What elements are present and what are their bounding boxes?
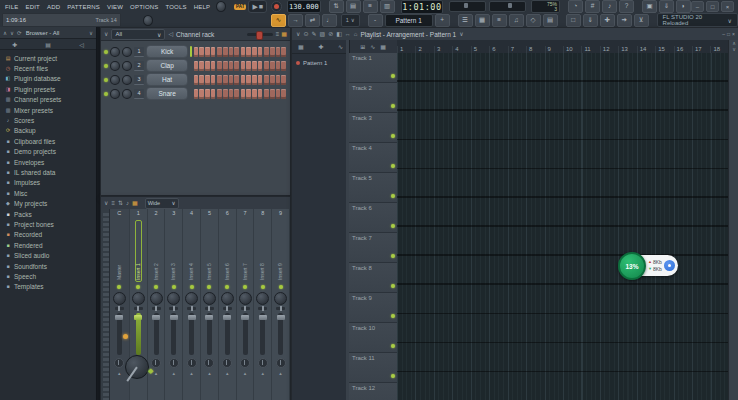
mixer-strip[interactable]: 9 Insert 9 ▴	[272, 209, 290, 400]
browser-content-icon[interactable]: ▤	[45, 41, 51, 48]
strip-volume-fader[interactable]	[207, 313, 212, 355]
step-cell-16[interactable]	[281, 47, 286, 57]
browser-toggle-icon[interactable]: □	[566, 14, 581, 27]
browser-item[interactable]: ■ Rendered	[0, 240, 96, 250]
strip-pan-knob[interactable]	[239, 292, 252, 305]
browser-item[interactable]: ■ Misc	[0, 188, 96, 198]
playlist-track-header[interactable]: Track 5	[349, 173, 397, 203]
strip-stereo-knob[interactable]	[204, 358, 214, 368]
track-led[interactable]	[391, 344, 395, 348]
strip-mute-led[interactable]	[154, 285, 158, 289]
step-cell-4[interactable]	[211, 89, 216, 99]
mixer-strip[interactable]: 6 Insert 6 ▴	[219, 209, 237, 400]
metronome-icon[interactable]: ▥	[380, 0, 395, 13]
overlay-percent-badge[interactable]: 13%	[618, 252, 646, 280]
step-cell-5[interactable]	[217, 61, 222, 71]
channel-target-track[interactable]: 1	[134, 47, 145, 57]
strip-volume-fader[interactable]	[154, 313, 159, 355]
swing-slider[interactable]	[247, 33, 273, 36]
tempo-display[interactable]: 130.000	[287, 0, 321, 13]
browser-item[interactable]: ■ Speech	[0, 271, 96, 281]
main-volume-knob[interactable]	[143, 15, 153, 26]
channel-mute-led[interactable]	[104, 92, 108, 96]
step-cell-12[interactable]	[258, 47, 263, 57]
strip-name[interactable]: Insert 3	[170, 220, 177, 282]
strip-volume-fader[interactable]	[136, 313, 141, 355]
menu-item[interactable]: PATTERNS	[67, 4, 100, 10]
play-button[interactable]: ▶	[252, 3, 257, 10]
step-cell-1[interactable]	[194, 61, 199, 71]
track-led[interactable]	[391, 134, 395, 138]
track-led[interactable]	[391, 74, 395, 78]
browser-item[interactable]: ■ Demo projects	[0, 147, 96, 157]
browser-item[interactable]: ◨ Plugin presets	[0, 84, 96, 94]
pattern-picker-dropdown[interactable]: 1 ∨	[341, 14, 360, 27]
slide-note-icon[interactable]: ∿	[271, 14, 286, 27]
browser-item[interactable]: ▥ Channel presets	[0, 95, 96, 105]
strip-route-arrow[interactable]: ▴	[173, 371, 176, 376]
browser-item[interactable]: ■ Packs	[0, 209, 96, 219]
step-cell-1[interactable]	[194, 75, 199, 85]
draw-icon[interactable]: ✎	[311, 31, 316, 37]
minimize-button[interactable]: –	[691, 1, 704, 12]
strip-mute-led[interactable]	[172, 285, 176, 289]
playlist-track-header[interactable]: Track 4	[349, 143, 397, 173]
chevron-down-icon[interactable]: ∨	[89, 30, 93, 36]
playlist-minimize-icon[interactable]: –	[722, 32, 725, 37]
browser-item[interactable]: ■ IL shared data	[0, 167, 96, 177]
step-cell-15[interactable]	[276, 47, 281, 57]
browser-item[interactable]: ⟳ Backup	[0, 126, 96, 136]
strip-stereo-knob[interactable]	[276, 358, 286, 368]
mute-icon[interactable]: ◧	[336, 31, 342, 37]
step-cell-11[interactable]	[252, 61, 257, 71]
browser-item[interactable]: ▥ Mixer presets	[0, 105, 96, 115]
step-cell-16[interactable]	[281, 89, 286, 99]
browser-item[interactable]: ■ Envelopes	[0, 157, 96, 167]
channel-name-button[interactable]: Hat	[146, 73, 187, 86]
channel-mute-led[interactable]	[104, 78, 108, 82]
strip-name[interactable]: Insert 6	[224, 220, 231, 282]
track-led[interactable]	[391, 374, 395, 378]
picker-patterns-icon[interactable]: ▦	[298, 44, 304, 50]
strip-pan-knob[interactable]	[185, 292, 198, 305]
strip-volume-fader[interactable]	[117, 313, 122, 355]
graph-editor-icon[interactable]: ≡	[492, 14, 507, 27]
channel-pan-knob[interactable]	[110, 89, 120, 99]
chevron-down-icon[interactable]: ∨	[459, 31, 463, 37]
menu-item[interactable]: TOOLS	[166, 4, 187, 10]
browser-item[interactable]: ■ Soundfonts	[0, 261, 96, 271]
track-led[interactable]	[391, 164, 395, 168]
step-cell-7[interactable]	[229, 61, 234, 71]
step-cell-8[interactable]	[234, 61, 239, 71]
step-cell-9[interactable]	[241, 61, 246, 71]
arm-record-led[interactable]	[123, 334, 128, 339]
step-cell-7[interactable]	[229, 89, 234, 99]
strip-pan-knob[interactable]	[274, 292, 287, 305]
wait-input-icon[interactable]: ◔	[568, 0, 583, 13]
help-icon[interactable]: ?	[619, 0, 634, 13]
strip-route-arrow[interactable]: ▴	[155, 371, 158, 376]
channel-name-button[interactable]: Snare	[146, 87, 187, 100]
strip-stereo-knob[interactable]	[258, 358, 268, 368]
step-cell-2[interactable]	[199, 89, 204, 99]
pattern-next-button[interactable]: +	[435, 14, 450, 27]
playlist-scrollbar[interactable]: ∧ ∨	[728, 40, 738, 400]
paint-icon[interactable]: ▨	[319, 31, 325, 37]
add-track-icon[interactable]: ⊞	[360, 44, 365, 50]
step-cell-11[interactable]	[252, 47, 257, 57]
mixer-grid-icon[interactable]: ▦	[132, 200, 138, 206]
browser-add-icon[interactable]: ✚	[12, 41, 17, 48]
strip-mute-led[interactable]	[136, 285, 140, 289]
pattern-menu-icon[interactable]: ☰	[458, 14, 473, 27]
picker-pattern-item[interactable]: Pattern 1	[292, 57, 349, 68]
strip-mute-led[interactable]	[279, 285, 283, 289]
stretch-icon[interactable]: ⇅	[329, 0, 344, 13]
strip-pan-knob[interactable]	[150, 292, 163, 305]
strip-volume-fader[interactable]	[260, 313, 265, 355]
playlist-track-header[interactable]: Track 7	[349, 233, 397, 263]
strip-route-arrow[interactable]: ▴	[190, 371, 193, 376]
export-icon[interactable]: ⊻	[634, 14, 649, 27]
step-cell-10[interactable]	[246, 47, 251, 57]
step-cell-5[interactable]	[217, 75, 222, 85]
channel-volume-knob[interactable]	[122, 75, 132, 85]
